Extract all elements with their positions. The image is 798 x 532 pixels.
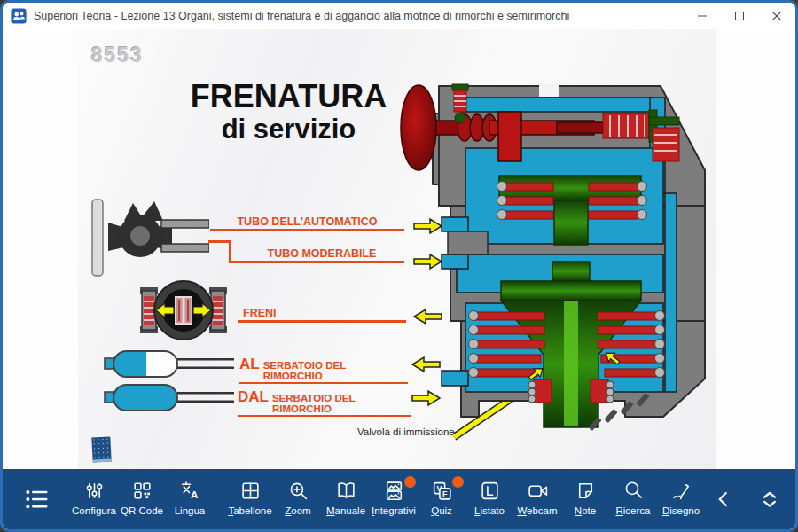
toolbar-button-manuale[interactable]: Manuale (322, 475, 370, 524)
toolbar-button-integrativi[interactable]: Integrativi (370, 475, 418, 524)
toolbar-button-webcam[interactable]: Webcam (513, 475, 561, 524)
lesson-slide: 8553 FRENATURA di servizio (78, 29, 716, 469)
toolbar-label-lingua: Lingua (175, 505, 206, 516)
bottom-toolbar: Configura QR Code A Lingua Tabellone (3, 469, 795, 529)
toolbar-label-qrcode: QR Code (121, 505, 163, 516)
toolbar-label-ricerca: Ricerca (616, 505, 651, 516)
media-frames-icon (383, 480, 405, 502)
callout-dal-prefix: DAL (238, 388, 269, 406)
callout-line-automatico (210, 229, 404, 231)
title-bar: Superiori Teoria - Lezione 13 Organi, si… (3, 3, 795, 29)
maximize-icon (734, 11, 745, 21)
toolbar-button-listato[interactable]: Listato (466, 475, 513, 524)
toolbar-button-lingua[interactable]: A Lingua (166, 475, 214, 524)
maximize-button[interactable] (721, 3, 758, 29)
zoom-in-icon (287, 480, 309, 502)
close-button[interactable] (758, 3, 795, 29)
callout-al-rest: SERBATOIO DEL RIMORCHIO (263, 360, 408, 381)
toolbar-label-disegno: Disegno (662, 505, 700, 516)
lesson-content-area: 8553 FRENATURA di servizio (3, 29, 795, 469)
coupling-head-icon (85, 198, 209, 279)
slide-title: FRENATURA di servizio (167, 79, 411, 145)
slide-title-line2: di servizio (167, 114, 411, 145)
toolbar-button-ricerca[interactable]: Ricerca (609, 475, 657, 524)
toolbar-button-configura[interactable]: Configura (70, 475, 118, 524)
minimize-button[interactable] (684, 3, 721, 29)
callout-freni: FRENI (243, 307, 332, 319)
brake-drum-icon (135, 275, 232, 346)
slide-navigation (705, 478, 798, 520)
toolbar-label-quiz: Quiz (431, 505, 452, 516)
toolbar-label-integrativi: Integrativi (372, 505, 416, 516)
toolbar-button-note[interactable]: Note (561, 475, 609, 524)
toolbar-button-qrcode[interactable]: QR Code (118, 475, 166, 524)
qr-code-icon (131, 480, 153, 502)
app-window: Superiori Teoria - Lezione 13 Organi, si… (0, 0, 798, 532)
brake-valve-diagram (397, 35, 713, 445)
callout-al-serbatoio: AL SERBATOIO DEL RIMORCHIO (239, 356, 408, 384)
trailer-tanks-icon (103, 347, 236, 414)
board-grid-icon (239, 480, 262, 502)
minimize-icon (697, 11, 708, 21)
svg-text:F: F (442, 489, 448, 498)
previous-slide-button[interactable] (705, 478, 742, 520)
toolbar-button-zoom[interactable]: Zoom (274, 475, 322, 524)
toolbar-label-tabellone: Tabellone (228, 505, 271, 516)
notification-dot-integrativi (404, 476, 416, 488)
webcam-icon (527, 480, 549, 502)
notification-dot-quiz (452, 476, 464, 488)
search-icon (622, 480, 645, 502)
window-controls (684, 3, 795, 29)
toolbar-label-webcam: Webcam (517, 505, 557, 516)
callout-dal-serbatoio: DAL SERBATOIO DEL RIMORCHIO (238, 388, 411, 417)
toolbar-label-zoom: Zoom (285, 505, 310, 516)
toolbar-label-manuale: Manuale (326, 505, 365, 516)
scroll-slides-button[interactable] (751, 478, 788, 520)
close-icon (771, 11, 782, 21)
list-l-icon (479, 480, 501, 502)
toolbar-button-quiz[interactable]: V F Quiz (418, 475, 466, 524)
translate-icon: A (179, 480, 201, 502)
callout-tubo-moderabile: TUBO MODERABILE (242, 247, 402, 260)
svg-text:A: A (191, 489, 198, 500)
list-menu-icon (23, 486, 50, 512)
callout-line-freni (238, 320, 406, 323)
open-book-icon (335, 480, 357, 502)
toolbar-label-listato: Listato (474, 505, 505, 516)
window-title: Superiori Teoria - Lezione 13 Organi, si… (34, 10, 677, 22)
callout-tubo-automatico: TUBO DELL'AUTOMATICO (210, 215, 404, 228)
sliders-icon (83, 480, 106, 502)
toolbar-button-tabellone[interactable]: Tabellone (226, 475, 274, 524)
toolbar-label-note: Note (575, 505, 596, 516)
true-false-quiz-icon: V F (431, 480, 453, 502)
callout-dal-rest: SERBATOIO DEL RIMORCHIO (272, 393, 411, 414)
draw-pen-icon (670, 480, 692, 502)
people-icon (11, 8, 27, 24)
scroll-up-down-icon (757, 487, 782, 512)
menu-button[interactable] (10, 481, 63, 517)
callout-line-moderabile-c (229, 261, 404, 263)
slide-code: 8553 (91, 43, 144, 67)
publisher-emblem (91, 436, 111, 462)
slide-title-line1: FRENATURA (167, 79, 411, 114)
note-icon (575, 480, 597, 502)
toolbar-label-configura: Configura (72, 505, 116, 516)
chevron-left-icon (712, 488, 735, 511)
toolbar-button-disegno[interactable]: Disegno (657, 475, 705, 524)
callout-al-prefix: AL (239, 356, 260, 373)
